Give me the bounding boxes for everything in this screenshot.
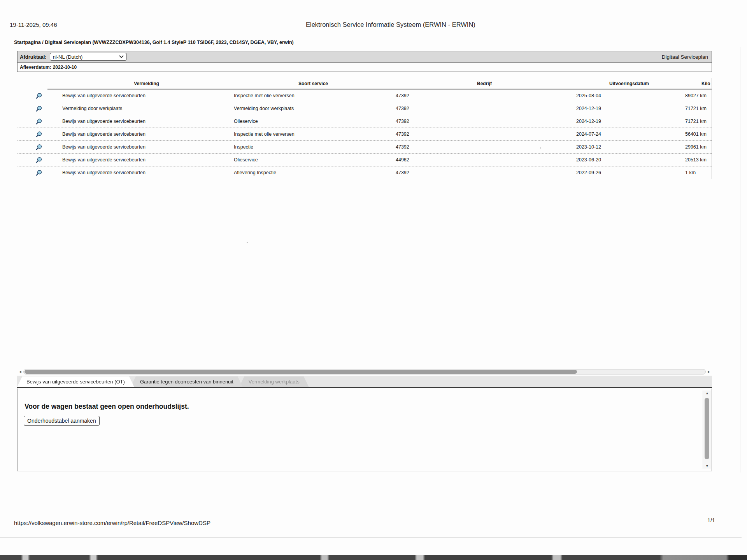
scroll-down-icon[interactable]: ▼ <box>703 464 711 468</box>
column-header-uitvoeringsdatum: Uitvoeringsdatum <box>575 81 684 86</box>
cell-uitvoeringsdatum: 2024-12-19 <box>575 106 684 111</box>
table-row: Bewijs van uitgevoerde servicebeurten Af… <box>17 166 712 179</box>
cell-uitvoeringsdatum: 2023-06-20 <box>575 157 684 163</box>
scan-speck <box>540 147 541 149</box>
cell-bedrijf: 47392 <box>394 106 575 111</box>
cell-uitvoeringsdatum: 2024-07-24 <box>575 131 684 137</box>
table-row: Bewijs van uitgevoerde servicebeurten In… <box>17 128 712 141</box>
cell-vermelding: Bewijs van uitgevoerde servicebeurten <box>61 144 232 150</box>
cell-soort-service: Olieservice <box>232 119 394 124</box>
print-toolbar: Afdruktaal: nl-NL (Dutch) Digitaal Servi… <box>18 51 712 63</box>
app-title: Elektronisch Service Informatie Systeem … <box>306 21 475 28</box>
cell-uitvoeringsdatum: 2024-12-19 <box>575 119 684 124</box>
cell-vermelding: Bewijs van uitgevoerde servicebeurten <box>61 131 232 137</box>
breadcrumb: Startpagina / Digitaal Serviceplan (WVWZ… <box>14 40 294 45</box>
cell-vermelding: Bewijs van uitgevoerde servicebeurten <box>61 93 232 98</box>
print-language-value: nl-NL (Dutch) <box>53 54 83 60</box>
table-row: Bewijs van uitgevoerde servicebeurten Ol… <box>17 115 712 128</box>
service-history-table: Vermelding Soort service Bedrijf Uitvoer… <box>17 78 712 179</box>
cell-uitvoeringsdatum: 2023-10-12 <box>575 144 684 150</box>
no-open-maintenance-message: Voor de wagen bestaat geen open onderhou… <box>25 402 189 411</box>
scan-artifact-line <box>0 537 742 538</box>
horizontal-scrollbar-thumb[interactable] <box>25 370 577 374</box>
panel-title: Digitaal Serviceplan <box>662 54 709 60</box>
delivery-date-row: Afleverdatum: 2022-10-10 <box>18 63 712 72</box>
printed-page: 19-11-2025, 09:46 Elektronisch Service I… <box>0 0 747 560</box>
cell-kilometerstand: 29961 km <box>684 144 712 150</box>
cell-soort-service: Inspectie met olie verversen <box>232 93 394 98</box>
page-number: 1/1 <box>707 517 715 523</box>
horizontal-scrollbar-track[interactable] <box>23 369 706 374</box>
cell-kilometerstand: 71721 km <box>684 106 712 111</box>
cell-soort-service: Aflevering Inspectie <box>232 170 394 175</box>
scan-page-edge <box>740 47 740 472</box>
cell-soort-service: Inspectie met olie verversen <box>232 131 394 137</box>
magnifier-icon[interactable] <box>36 93 42 99</box>
vertical-scrollbar-thumb[interactable] <box>705 398 709 459</box>
cell-kilometerstand: 20513 km <box>684 157 712 163</box>
table-row: Bewijs van uitgevoerde servicebeurten In… <box>17 141 712 154</box>
cell-vermelding: Bewijs van uitgevoerde servicebeurten <box>61 157 232 163</box>
cell-vermelding: Bewijs van uitgevoerde servicebeurten <box>61 170 232 175</box>
column-header-soort-service: Soort service <box>232 81 394 86</box>
magnifier-icon[interactable] <box>36 131 42 138</box>
tab-strip: Bewijs van uitgevoerde servicebeurten (O… <box>17 376 712 388</box>
table-row: Vermelding door werkplaats Vermelding do… <box>17 102 712 115</box>
horizontal-scrollbar[interactable]: ◄ ► <box>17 369 712 375</box>
footer-url: https://volkswagen.erwin-store.com/erwin… <box>14 520 210 526</box>
column-header-vermelding: Vermelding <box>61 81 232 86</box>
column-header-kilometerstand: Kilo <box>684 81 712 86</box>
magnifier-icon[interactable] <box>36 144 42 150</box>
cell-bedrijf: 47392 <box>394 131 575 137</box>
scroll-left-icon[interactable]: ◄ <box>17 369 23 375</box>
scroll-up-icon[interactable]: ▲ <box>703 391 711 395</box>
scroll-right-icon[interactable]: ► <box>706 369 712 375</box>
cell-vermelding: Bewijs van uitgevoerde servicebeurten <box>61 119 232 124</box>
table-header-row: Vermelding Soort service Bedrijf Uitvoer… <box>17 78 712 89</box>
tab-garantie-doorroesten[interactable]: Garantie tegen doorroesten van binnenuit <box>131 376 243 387</box>
magnifier-icon[interactable] <box>36 105 42 112</box>
magnifier-icon[interactable] <box>36 157 42 163</box>
create-maintenance-table-button[interactable]: Onderhoudstabel aanmaken <box>24 416 100 426</box>
serviceplan-panel: Afdruktaal: nl-NL (Dutch) Digitaal Servi… <box>17 51 712 471</box>
cell-bedrijf: 47392 <box>394 93 575 98</box>
delivery-date-label: Afleverdatum: <box>20 65 51 70</box>
delivery-date-value: 2022-10-10 <box>53 65 77 70</box>
chevron-down-icon <box>119 55 124 58</box>
scan-artifact-band <box>0 555 747 560</box>
tab-bewijs-servicebeurten[interactable]: Bewijs van uitgevoerde servicebeurten (O… <box>17 376 134 387</box>
cell-kilometerstand: 1 km <box>684 170 712 175</box>
print-language-label: Afdruktaal: <box>20 54 47 60</box>
magnifier-icon[interactable] <box>36 118 42 125</box>
cell-vermelding: Vermelding door werkplaats <box>61 106 232 111</box>
print-language-select[interactable]: nl-NL (Dutch) <box>50 53 127 61</box>
cell-bedrijf: 47392 <box>394 119 575 124</box>
cell-uitvoeringsdatum: 2022-09-26 <box>575 170 684 175</box>
magnifier-icon[interactable] <box>36 170 42 176</box>
tab-vermelding-werkplaats: Vermelding werkplaats <box>239 376 309 387</box>
print-datetime: 19-11-2025, 09:46 <box>10 21 57 28</box>
cell-bedrijf: 47392 <box>394 144 575 150</box>
cell-kilometerstand: 56401 km <box>684 131 712 137</box>
cell-bedrijf: 44962 <box>394 157 575 163</box>
cell-kilometerstand: 89027 km <box>684 93 712 98</box>
panel-header: Afdruktaal: nl-NL (Dutch) Digitaal Servi… <box>17 51 712 72</box>
cell-bedrijf: 47392 <box>394 170 575 175</box>
cell-soort-service: Inspectie <box>232 144 394 150</box>
cell-soort-service: Vermelding door werkplaats <box>232 106 394 111</box>
cell-uitvoeringsdatum: 2025-08-04 <box>575 93 684 98</box>
table-row: Bewijs van uitgevoerde servicebeurten Ol… <box>17 154 712 166</box>
cell-kilometerstand: 71721 km <box>684 119 712 124</box>
cell-soort-service: Olieservice <box>232 157 394 163</box>
column-header-bedrijf: Bedrijf <box>394 81 575 86</box>
vertical-scrollbar[interactable]: ▲ ▼ <box>703 390 711 469</box>
table-row: Bewijs van uitgevoerde servicebeurten In… <box>17 89 712 102</box>
scan-speck <box>247 242 248 243</box>
maintenance-panel: Voor de wagen bestaat geen open onderhou… <box>17 388 712 471</box>
